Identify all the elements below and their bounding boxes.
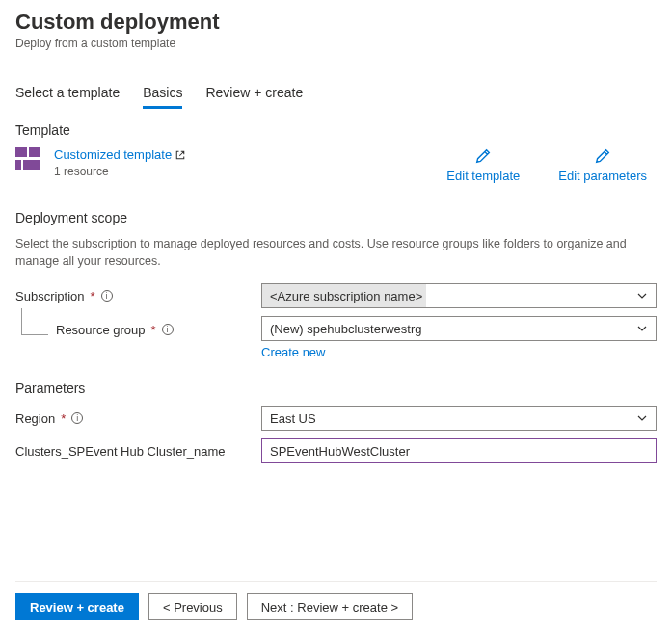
customized-template-link[interactable]: Customized template [54,147,186,162]
subscription-select[interactable]: <Azure subscription name> [261,283,657,308]
info-icon[interactable]: i [101,290,113,302]
subscription-value: <Azure subscription name> [270,289,422,303]
subscription-label: Subscription [15,289,85,303]
required-asterisk: * [91,289,95,303]
tab-basics[interactable]: Basics [143,79,182,109]
region-select[interactable]: East US [261,406,657,431]
template-icon [15,147,42,171]
info-icon[interactable]: i [71,412,83,424]
info-icon[interactable]: i [162,324,174,335]
required-asterisk: * [61,411,66,426]
section-template-heading: Template [15,122,657,138]
resource-group-value: (New) spehubclusterwestrg [270,322,422,336]
scope-help-text: Select the subscription to manage deploy… [15,235,657,270]
chevron-down-icon [636,323,648,334]
cluster-name-input[interactable] [261,438,657,463]
previous-button[interactable]: < Previous [148,593,237,620]
tab-review-create[interactable]: Review + create [205,79,303,109]
tree-connector [21,308,48,335]
pencil-icon [594,147,611,165]
edit-template-label: Edit template [446,169,520,183]
page-title: Custom deployment [15,10,657,35]
resource-count-label: 1 resource [54,165,186,178]
section-parameters-heading: Parameters [15,381,657,396]
resource-group-select[interactable]: (New) spehubclusterwestrg [261,316,657,341]
tab-select-template[interactable]: Select a template [15,79,120,109]
tabs: Select a template Basics Review + create [15,79,657,109]
region-label: Region [15,411,55,426]
edit-parameters-button[interactable]: Edit parameters [558,147,647,183]
resource-group-label: Resource group [56,323,146,337]
create-new-link[interactable]: Create new [261,345,657,359]
cluster-name-label: Clusters_SPEvent Hub Cluster_name [15,444,226,459]
region-value: East US [270,411,316,426]
pencil-icon [474,147,492,165]
footer: Review + create < Previous Next : Review… [15,581,657,620]
review-create-button[interactable]: Review + create [15,593,139,620]
edit-parameters-label: Edit parameters [558,169,647,183]
chevron-down-icon [636,412,648,424]
page-subtitle: Deploy from a custom template [15,37,657,50]
chevron-down-icon [636,290,648,302]
external-link-icon [175,149,186,161]
section-scope-heading: Deployment scope [15,210,657,225]
customized-template-label: Customized template [54,147,172,162]
next-button[interactable]: Next : Review + create > [247,593,413,620]
edit-template-button[interactable]: Edit template [446,147,520,183]
required-asterisk: * [151,323,156,337]
